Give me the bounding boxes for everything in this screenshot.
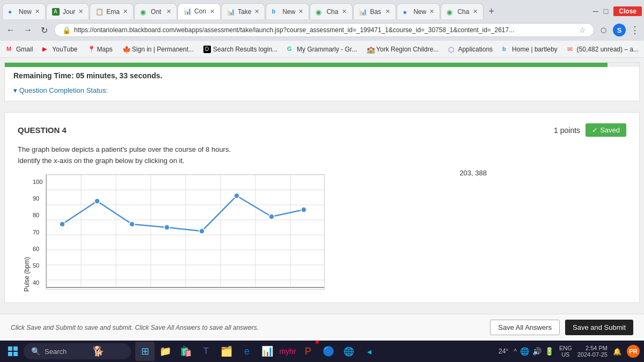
extensions-button[interactable]: ⬡ xyxy=(598,24,609,36)
restore-button[interactable]: □ xyxy=(604,7,608,16)
new-tab-button[interactable]: + xyxy=(484,6,499,17)
notion-icon: D xyxy=(203,46,211,53)
bookmark-applications[interactable]: ⬡ Applications xyxy=(446,45,495,54)
tab-close-3[interactable]: ✕ xyxy=(123,8,128,15)
tab-ema[interactable]: 📋 Ema ✕ xyxy=(90,3,134,19)
url-bar[interactable]: 🔒 https://ontariolearn.blackboard.com/we… xyxy=(54,23,594,37)
network-icon[interactable]: 🌐 xyxy=(520,347,529,356)
taskbar-widgets[interactable]: ⊞ xyxy=(135,342,155,361)
taskbar-app1[interactable]: 📊 xyxy=(258,342,277,361)
taskbar-avatar[interactable]: PR xyxy=(627,345,640,358)
forward-button[interactable]: → xyxy=(21,23,34,37)
bookmark-york[interactable]: 🏫 York Region Childre... xyxy=(364,45,441,54)
widgets-icon: ⊞ xyxy=(141,345,149,357)
completion-status[interactable]: ▾ Question Completion Status: xyxy=(5,84,639,101)
tab-title-1: New xyxy=(19,8,32,16)
tray-arrow[interactable]: ^ xyxy=(514,348,517,355)
bookmark-star-icon[interactable]: ☆ xyxy=(579,26,586,34)
bookmark-unread-label: (50,482 unread) – a... xyxy=(577,46,639,53)
footer-text: Click Save and Submit to save and submit… xyxy=(11,324,259,331)
taskbar-explorer[interactable]: 🗂️ xyxy=(217,342,236,361)
tab-favicon-4: ◉ xyxy=(140,8,148,16)
tab-bar: ● New ✕ A Jour ✕ 📋 Ema ✕ ◉ Ont ✕ 📊 Con ✕ xyxy=(0,0,644,19)
taskbar-edge[interactable]: e xyxy=(237,342,257,361)
tab-close-11[interactable]: ✕ xyxy=(473,8,478,15)
youtube-icon: ▶ xyxy=(42,46,50,53)
tab-bas[interactable]: 📊 Bas ✕ xyxy=(353,3,396,19)
tab-close-7[interactable]: ✕ xyxy=(298,8,303,15)
taskbar-myhr[interactable]: myhr xyxy=(278,342,297,361)
tab-close-6[interactable]: ✕ xyxy=(254,8,259,15)
bookmark-search[interactable]: D Search Results login... xyxy=(201,45,280,54)
bookmark-signin[interactable]: 🍁 Sign in | Permanent... xyxy=(120,45,196,54)
reload-button[interactable]: ↻ xyxy=(39,23,50,38)
battery-icon[interactable]: 🔋 xyxy=(545,347,554,356)
taskbar-app3[interactable]: ◂ xyxy=(360,342,379,361)
save-submit-button[interactable]: Save and Submit xyxy=(565,320,633,335)
taskbar-search[interactable]: 🔍 Search 🐕 xyxy=(24,343,131,359)
store-icon: 🛍️ xyxy=(180,345,192,357)
maps-icon: 📍 xyxy=(87,46,95,53)
app2-icon: 🔵 xyxy=(323,345,334,357)
app1-icon: 📊 xyxy=(261,345,273,357)
tab-take[interactable]: 📊 Take ✕ xyxy=(221,3,265,19)
clock[interactable]: 2:54 PM 2024-07-25 xyxy=(577,345,608,358)
region-label: US xyxy=(559,351,572,358)
tab-ont[interactable]: ◉ Ont ✕ xyxy=(134,3,177,19)
tab-con[interactable]: 📊 Con ✕ xyxy=(178,3,221,19)
grammarly-icon: G xyxy=(287,46,295,53)
bookmark-search-label: Search Results login... xyxy=(213,46,277,53)
tab-close-9[interactable]: ✕ xyxy=(385,8,390,15)
tab-jour[interactable]: A Jour ✕ xyxy=(46,3,89,19)
save-all-button[interactable]: Save All Answers xyxy=(490,320,560,335)
tab-new2[interactable]: b New ✕ xyxy=(266,3,309,19)
taskbar-chrome[interactable]: 🌐 xyxy=(339,342,358,361)
tab-new3[interactable]: ● New ✕ xyxy=(397,3,440,19)
menu-button[interactable]: ⋮ xyxy=(630,24,640,36)
question-text: The graph below depicts a patient's puls… xyxy=(18,144,626,167)
tab-title-5: Con xyxy=(194,8,207,15)
profile-button[interactable]: S xyxy=(613,24,626,36)
tab-cha[interactable]: ◉ Cha ✕ xyxy=(310,3,353,19)
bookmark-unread[interactable]: ✉ (50,482 unread) – a... xyxy=(565,45,641,54)
search-placeholder: Search xyxy=(45,348,67,356)
tab-close-10[interactable]: ✕ xyxy=(429,8,434,15)
question-line2: Identify the x-axis on the graph below b… xyxy=(18,156,626,167)
tab-close-8[interactable]: ✕ xyxy=(342,8,347,15)
minimize-button[interactable]: ─ xyxy=(593,7,598,16)
start-button[interactable] xyxy=(4,343,21,360)
tab-new1[interactable]: ● New ✕ xyxy=(2,3,46,19)
svg-point-22 xyxy=(234,193,239,198)
taskbar-powerpoint[interactable]: P xyxy=(298,342,318,361)
y-val-50: 50 xyxy=(33,262,42,269)
bookmark-grammarly[interactable]: G My Grammarly - Gr... xyxy=(285,45,359,54)
app3-icon: ◂ xyxy=(367,346,371,357)
bookmark-youtube[interactable]: ▶ YouTube xyxy=(40,45,79,54)
y-val-40: 40 xyxy=(33,279,42,286)
taskbar-app2[interactable]: 🔵 xyxy=(319,342,338,361)
tab-close-4[interactable]: ✕ xyxy=(166,8,171,15)
back-button[interactable]: ← xyxy=(4,23,17,37)
tab-favicon-8: ◉ xyxy=(316,8,323,16)
bookmark-gmail-label: Gmail xyxy=(16,46,33,53)
tab-close-2[interactable]: ✕ xyxy=(78,8,83,15)
bookmark-bartleby[interactable]: b Home | bartleby xyxy=(500,45,560,54)
bookmark-gmail[interactable]: M Gmail xyxy=(4,45,35,54)
close-window-button[interactable]: Close xyxy=(613,6,642,16)
taskbar-files[interactable]: 📁 xyxy=(156,342,175,361)
notification-icon[interactable]: 🔔 xyxy=(613,348,621,356)
tab-close-5[interactable]: ✕ xyxy=(210,8,215,15)
bookmark-maps[interactable]: 📍 Maps xyxy=(85,45,115,54)
bookmarks-bar: M Gmail ▶ YouTube 📍 Maps 🍁 Sign in | Per… xyxy=(0,41,644,58)
bookmark-york-label: York Region Childre... xyxy=(376,46,438,53)
volume-icon[interactable]: 🔊 xyxy=(532,347,541,356)
tab-close-1[interactable]: ✕ xyxy=(35,8,40,15)
taskbar-store[interactable]: 🛍️ xyxy=(176,342,195,361)
checkmark-icon: ✓ xyxy=(592,126,598,134)
tab-cha2[interactable]: ◉ Cha ✕ xyxy=(441,3,484,19)
lock-icon: 🔒 xyxy=(62,26,71,34)
mail-icon: ✉ xyxy=(567,46,575,53)
date-display: 2024-07-25 xyxy=(577,351,608,358)
chart-svg-container[interactable] xyxy=(46,174,325,292)
taskbar-teams[interactable]: T xyxy=(196,342,216,361)
